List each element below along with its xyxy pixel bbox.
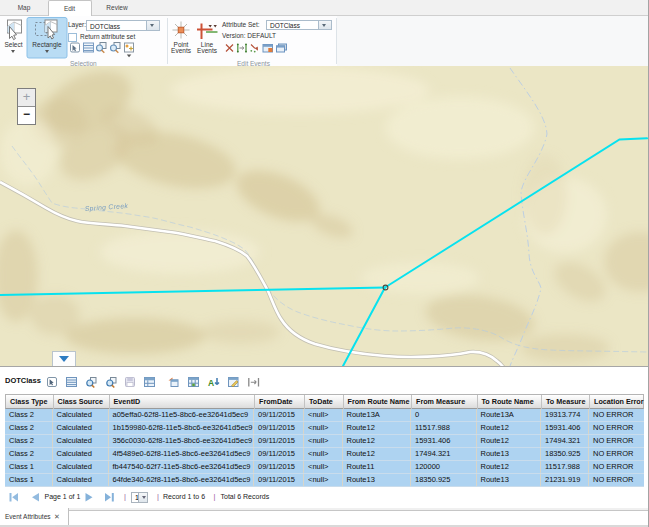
svg-text:A: A — [208, 378, 214, 388]
